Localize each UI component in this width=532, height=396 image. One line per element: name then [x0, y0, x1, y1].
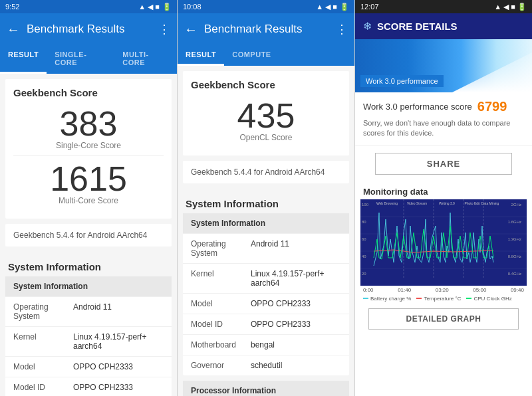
sys-row-header-label-2: System Information — [191, 219, 265, 228]
tab-result-1[interactable]: RESULT — [0, 45, 47, 74]
work-score-text: Work 3.0 performance score — [363, 102, 472, 112]
tab-result-2[interactable]: RESULT — [178, 45, 224, 66]
chart-time-labels: 0:00 01:40 03:20 05:00 09:40 — [360, 286, 527, 294]
back-button-1[interactable]: ← — [7, 22, 20, 37]
geekbench-version-2: Geekbench 5.4.4 for Android AArch64 — [183, 161, 349, 183]
svg-text:20: 20 — [362, 272, 366, 276]
sys-row-os-2: Operating System Android 11 — [183, 234, 349, 264]
opencl-label: OpenCL Score — [191, 133, 341, 142]
more-icon-2[interactable]: ⋮ — [336, 22, 348, 37]
work-score-value: 6799 — [477, 99, 507, 114]
back-button-2[interactable]: ← — [184, 22, 198, 37]
sys-row-header-2: System Information — [183, 213, 349, 234]
status-time-2: 10:08 — [183, 3, 201, 11]
single-core-score: 383 — [13, 106, 164, 141]
svg-text:Photo Edit: Photo Edit — [464, 201, 480, 205]
sys-val-modelid-1: OPPO CPH2333 — [73, 383, 164, 392]
sys-val-model-1: OPPO CPH2333 — [73, 362, 164, 371]
svg-text:40: 40 — [362, 254, 366, 258]
panel-3: 12:07 ▲ ◀ ■ 🔋 ❄ SCORE DETAILS 🎿 Work 3.0… — [355, 0, 532, 396]
legend-cpu-clock: CPU Clock GHz — [466, 296, 511, 302]
sys-key-os-1: Operating System — [13, 302, 73, 321]
sys-row-governor: Governor schedutil — [183, 355, 349, 375]
cpu-legend-label: CPU Clock GHz — [473, 296, 511, 302]
svg-text:Video Stream: Video Stream — [407, 201, 427, 205]
geekbench-version-1: Geekbench 5.4.4 for Android AArch64 — [5, 224, 172, 247]
sys-row-motherboard-2: Motherboard bengal — [183, 335, 349, 355]
status-bar-3: 12:07 ▲ ◀ ■ 🔋 — [355, 0, 532, 13]
svg-text:Data Mining: Data Mining — [481, 201, 499, 205]
sys-val-os-1: Android 11 — [73, 302, 164, 321]
work-sorry-text: Sorry, we don't have enough data to comp… — [363, 118, 524, 139]
sys-val-kernel-2: Linux 4.19.157-perf+ aarch64 — [251, 269, 341, 288]
processor-row-header: Processor Information — [183, 381, 349, 396]
svg-text:Web Browsing: Web Browsing — [376, 201, 398, 205]
sys-row-header-label-1: System Information — [13, 282, 88, 291]
sys-row-model-1: Model OPPO CPH2333 — [5, 357, 172, 377]
status-icons-3: ▲ ◀ ■ 🔋 — [494, 3, 527, 11]
svg-text:0.4GHz: 0.4GHz — [508, 272, 521, 276]
sys-key-modelid-2: Model ID — [191, 320, 251, 329]
geekbench-score-title-2: Geekbench Score — [191, 79, 341, 90]
tabs-1: RESULT SINGLE-CORE MULTI-CORE — [0, 45, 177, 74]
work-score-row: Work 3.0 performance score 6799 — [363, 99, 524, 114]
legend-battery: Battery charge % — [363, 296, 411, 302]
opencl-score: 435 — [191, 98, 341, 133]
sys-val-motherboard-2: bengal — [251, 340, 341, 349]
panel-2: 10:08 ▲ ◀ ■ 🔋 ← Benchmark Results ⋮ RESU… — [178, 0, 355, 396]
status-icons-1: ▲ ◀ ■ 🔋 — [138, 3, 172, 11]
share-button[interactable]: SHARE — [375, 153, 512, 175]
sys-key-kernel-2: Kernel — [191, 269, 251, 288]
monitoring-chart: 2GHz 1.6GHz 1.3GHz 0.8GHz 0.4GHz 100 80 … — [360, 199, 527, 286]
chart-area: 2GHz 1.6GHz 1.3GHz 0.8GHz 0.4GHz 100 80 … — [355, 199, 532, 303]
tab-compute[interactable]: COMPUTE — [224, 45, 279, 66]
status-time-3: 12:07 — [360, 3, 379, 11]
tab-multi-core[interactable]: MULTI-CORE — [114, 45, 177, 74]
content-2: Geekbench Score 435 OpenCL Score Geekben… — [178, 66, 354, 396]
processor-row-header-label: Processor Information — [191, 386, 276, 395]
svg-text:80: 80 — [362, 220, 366, 224]
sys-info-header-2: System Information — [178, 189, 354, 213]
battery-legend-dot — [363, 298, 368, 299]
temp-legend-label: Temperature °C — [424, 296, 461, 302]
more-icon-1[interactable]: ⋮ — [158, 22, 170, 37]
sys-val-kernel-1: Linux 4.19.157-perf+ aarch64 — [73, 332, 164, 351]
sys-key-modelid-1: Model ID — [13, 383, 73, 392]
panel-3-header: ❄ SCORE DETAILS — [355, 13, 532, 39]
svg-text:60: 60 — [362, 237, 366, 241]
tabs-2: RESULT COMPUTE — [178, 45, 354, 66]
panel-1: 9:52 ▲ ◀ ■ 🔋 ← Benchmark Results ⋮ RESUL… — [0, 0, 178, 396]
svg-text:1.6GHz: 1.6GHz — [508, 220, 521, 224]
sys-row-modelid-1: Model ID OPPO CPH2333 — [5, 377, 172, 396]
sys-row-kernel-2: Kernel Linux 4.19.157-perf+ aarch64 — [183, 264, 349, 294]
multi-core-label: Multi-Core Score — [13, 196, 164, 205]
detailed-graph-button[interactable]: DETAILED GRAPH — [368, 308, 519, 330]
temp-legend-dot — [416, 298, 422, 299]
snowflake-icon: ❄ — [363, 20, 372, 33]
sys-info-header-1: System Information — [0, 252, 177, 276]
status-time-1: 9:52 — [5, 3, 19, 11]
monitoring-title: Monitoring data — [355, 181, 532, 199]
sys-val-modelid-2: OPPO CPH2333 — [251, 320, 341, 329]
sys-row-kernel-1: Kernel Linux 4.19.157-perf+ aarch64 — [5, 327, 172, 357]
processor-info-table: Processor Information Name ARM Qualcomm — [183, 381, 349, 396]
svg-text:100: 100 — [362, 203, 369, 207]
svg-text:Writing 3.0: Writing 3.0 — [439, 201, 455, 205]
sys-row-header-1: System Information — [5, 276, 172, 297]
svg-text:2GHz: 2GHz — [511, 203, 521, 207]
chart-legend: Battery charge % Temperature °C CPU Cloc… — [360, 294, 527, 303]
hero-image: 🎿 Work 3.0 performance — [355, 39, 532, 92]
sys-key-model-1: Model — [13, 362, 73, 371]
sys-info-table-2: System Information Operating System Andr… — [183, 213, 349, 375]
geekbench-score-title-1: Geekbench Score — [13, 87, 164, 98]
tab-single-core[interactable]: SINGLE-CORE — [47, 45, 114, 74]
svg-text:0.8GHz: 0.8GHz — [508, 254, 521, 258]
sys-val-os-2: Android 11 — [251, 239, 341, 258]
sys-row-modelid-2: Model ID OPPO CPH2333 — [183, 314, 349, 335]
sys-val-model-2: OPPO CPH2333 — [251, 299, 341, 308]
status-bar-1: 9:52 ▲ ◀ ■ 🔋 — [0, 0, 177, 13]
toolbar-title-1: Benchmark Results — [27, 23, 152, 36]
sys-val-governor: schedutil — [251, 361, 341, 370]
cpu-legend-dot — [466, 298, 471, 299]
sys-key-os-2: Operating System — [191, 239, 251, 258]
